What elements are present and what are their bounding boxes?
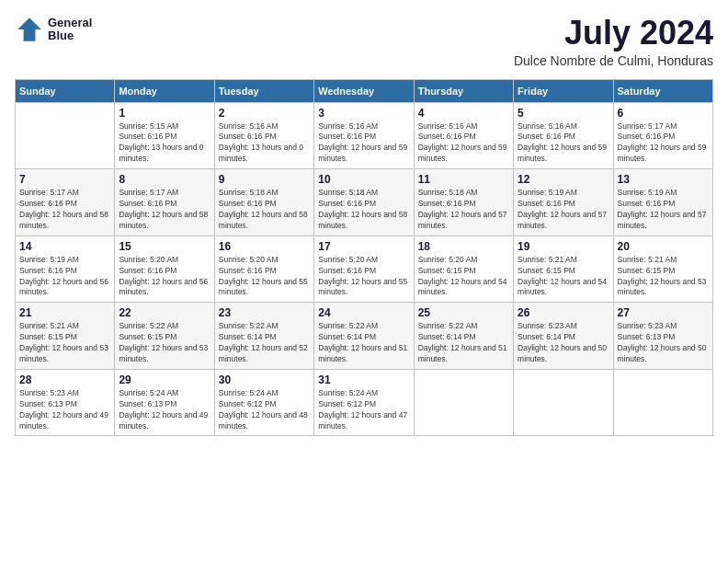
- day-number: 9: [219, 173, 310, 186]
- logo-icon: [15, 15, 44, 44]
- day-info: Sunrise: 5:24 AMSunset: 6:12 PMDaylight:…: [318, 388, 409, 432]
- day-number: 30: [219, 373, 310, 386]
- calendar-cell: 4Sunrise: 5:16 AMSunset: 6:16 PMDaylight…: [414, 102, 513, 169]
- day-number: 17: [318, 240, 409, 253]
- day-number: 24: [318, 306, 409, 319]
- calendar-cell: 25Sunrise: 5:22 AMSunset: 6:14 PMDayligh…: [414, 303, 513, 370]
- calendar-cell: 12Sunrise: 5:19 AMSunset: 6:16 PMDayligh…: [514, 169, 613, 236]
- day-number: 22: [119, 306, 210, 319]
- calendar-cell: [414, 369, 513, 436]
- day-number: 18: [418, 240, 509, 253]
- day-number: 11: [418, 173, 509, 186]
- page-header: General Blue July 2024 Dulce Nombre de C…: [15, 15, 713, 68]
- day-info: Sunrise: 5:20 AMSunset: 6:16 PMDaylight:…: [119, 255, 210, 299]
- calendar-cell: 26Sunrise: 5:23 AMSunset: 6:14 PMDayligh…: [514, 303, 613, 370]
- calendar-cell: 24Sunrise: 5:22 AMSunset: 6:14 PMDayligh…: [314, 303, 414, 370]
- calendar-cell: 28Sunrise: 5:23 AMSunset: 6:13 PMDayligh…: [16, 369, 115, 436]
- day-number: 20: [618, 240, 709, 253]
- day-number: 8: [119, 173, 210, 186]
- day-info: Sunrise: 5:18 AMSunset: 6:16 PMDaylight:…: [418, 188, 509, 232]
- weekday-header-tuesday: Tuesday: [214, 79, 313, 102]
- calendar-cell: 14Sunrise: 5:19 AMSunset: 6:16 PMDayligh…: [16, 236, 115, 303]
- calendar-cell: 2Sunrise: 5:16 AMSunset: 6:16 PMDaylight…: [214, 102, 313, 169]
- day-number: 7: [19, 173, 110, 186]
- day-info: Sunrise: 5:24 AMSunset: 6:12 PMDaylight:…: [219, 388, 310, 432]
- weekday-header-sunday: Sunday: [16, 79, 115, 102]
- logo: General Blue: [15, 15, 92, 44]
- day-info: Sunrise: 5:23 AMSunset: 6:13 PMDaylight:…: [618, 321, 709, 365]
- day-info: Sunrise: 5:19 AMSunset: 6:16 PMDaylight:…: [518, 188, 609, 232]
- calendar-cell: 6Sunrise: 5:17 AMSunset: 6:16 PMDaylight…: [613, 102, 712, 169]
- day-number: 12: [518, 173, 609, 186]
- day-info: Sunrise: 5:20 AMSunset: 6:15 PMDaylight:…: [418, 255, 509, 299]
- location: Dulce Nombre de Culmi, Honduras: [514, 53, 713, 68]
- day-info: Sunrise: 5:23 AMSunset: 6:14 PMDaylight:…: [518, 321, 609, 365]
- month-title: July 2024: [514, 15, 713, 52]
- logo-line2: Blue: [48, 29, 92, 42]
- calendar-cell: [514, 369, 613, 436]
- calendar-cell: 27Sunrise: 5:23 AMSunset: 6:13 PMDayligh…: [613, 303, 712, 370]
- day-number: 29: [119, 373, 210, 386]
- day-info: Sunrise: 5:17 AMSunset: 6:16 PMDaylight:…: [19, 188, 110, 232]
- day-number: 13: [618, 173, 709, 186]
- calendar-cell: [16, 102, 115, 169]
- calendar-cell: 15Sunrise: 5:20 AMSunset: 6:16 PMDayligh…: [115, 236, 214, 303]
- calendar-cell: 11Sunrise: 5:18 AMSunset: 6:16 PMDayligh…: [414, 169, 513, 236]
- day-info: Sunrise: 5:16 AMSunset: 6:16 PMDaylight:…: [518, 121, 609, 166]
- week-row-4: 21Sunrise: 5:21 AMSunset: 6:15 PMDayligh…: [16, 303, 713, 370]
- day-info: Sunrise: 5:17 AMSunset: 6:16 PMDaylight:…: [618, 121, 709, 166]
- weekday-header-row: SundayMondayTuesdayWednesdayThursdayFrid…: [16, 79, 713, 102]
- weekday-header-thursday: Thursday: [414, 79, 513, 102]
- calendar-cell: [613, 369, 712, 436]
- calendar-table: SundayMondayTuesdayWednesdayThursdayFrid…: [15, 79, 713, 437]
- weekday-header-friday: Friday: [514, 79, 613, 102]
- day-number: 6: [618, 107, 709, 120]
- day-info: Sunrise: 5:18 AMSunset: 6:16 PMDaylight:…: [318, 188, 409, 232]
- calendar-cell: 31Sunrise: 5:24 AMSunset: 6:12 PMDayligh…: [314, 369, 414, 436]
- calendar-cell: 16Sunrise: 5:20 AMSunset: 6:16 PMDayligh…: [214, 236, 313, 303]
- day-info: Sunrise: 5:17 AMSunset: 6:16 PMDaylight:…: [119, 188, 210, 232]
- day-number: 28: [19, 373, 110, 386]
- day-number: 10: [318, 173, 409, 186]
- day-info: Sunrise: 5:22 AMSunset: 6:14 PMDaylight:…: [318, 321, 409, 365]
- day-info: Sunrise: 5:19 AMSunset: 6:16 PMDaylight:…: [618, 188, 709, 232]
- day-info: Sunrise: 5:16 AMSunset: 6:16 PMDaylight:…: [318, 121, 409, 166]
- calendar-cell: 23Sunrise: 5:22 AMSunset: 6:14 PMDayligh…: [214, 303, 313, 370]
- day-info: Sunrise: 5:22 AMSunset: 6:14 PMDaylight:…: [219, 321, 310, 365]
- calendar-cell: 5Sunrise: 5:16 AMSunset: 6:16 PMDaylight…: [514, 102, 613, 169]
- day-info: Sunrise: 5:24 AMSunset: 6:13 PMDaylight:…: [119, 388, 210, 432]
- calendar-cell: 13Sunrise: 5:19 AMSunset: 6:16 PMDayligh…: [613, 169, 712, 236]
- logo-line1: General: [48, 17, 92, 29]
- day-info: Sunrise: 5:16 AMSunset: 6:16 PMDaylight:…: [418, 121, 509, 166]
- day-number: 5: [518, 107, 609, 120]
- weekday-header-monday: Monday: [115, 79, 214, 102]
- day-info: Sunrise: 5:21 AMSunset: 6:15 PMDaylight:…: [19, 321, 110, 365]
- calendar-cell: 29Sunrise: 5:24 AMSunset: 6:13 PMDayligh…: [115, 369, 214, 436]
- weekday-header-wednesday: Wednesday: [314, 79, 414, 102]
- day-info: Sunrise: 5:22 AMSunset: 6:14 PMDaylight:…: [418, 321, 509, 365]
- day-number: 15: [119, 240, 210, 253]
- calendar-cell: 10Sunrise: 5:18 AMSunset: 6:16 PMDayligh…: [314, 169, 414, 236]
- day-number: 14: [19, 240, 110, 253]
- day-info: Sunrise: 5:22 AMSunset: 6:15 PMDaylight:…: [119, 321, 210, 365]
- calendar-cell: 18Sunrise: 5:20 AMSunset: 6:15 PMDayligh…: [414, 236, 513, 303]
- logo-text: General Blue: [48, 17, 92, 43]
- day-number: 25: [418, 306, 509, 319]
- week-row-5: 28Sunrise: 5:23 AMSunset: 6:13 PMDayligh…: [16, 369, 713, 436]
- day-number: 21: [19, 306, 110, 319]
- calendar-cell: 7Sunrise: 5:17 AMSunset: 6:16 PMDaylight…: [16, 169, 115, 236]
- calendar-cell: 20Sunrise: 5:21 AMSunset: 6:15 PMDayligh…: [613, 236, 712, 303]
- calendar-cell: 8Sunrise: 5:17 AMSunset: 6:16 PMDaylight…: [115, 169, 214, 236]
- calendar-cell: 19Sunrise: 5:21 AMSunset: 6:15 PMDayligh…: [514, 236, 613, 303]
- day-info: Sunrise: 5:21 AMSunset: 6:15 PMDaylight:…: [618, 255, 709, 299]
- weekday-header-saturday: Saturday: [613, 79, 712, 102]
- day-info: Sunrise: 5:19 AMSunset: 6:16 PMDaylight:…: [19, 255, 110, 299]
- week-row-1: 1Sunrise: 5:15 AMSunset: 6:16 PMDaylight…: [16, 102, 713, 169]
- title-block: July 2024 Dulce Nombre de Culmi, Hondura…: [514, 15, 713, 68]
- day-info: Sunrise: 5:15 AMSunset: 6:16 PMDaylight:…: [119, 121, 210, 166]
- day-info: Sunrise: 5:16 AMSunset: 6:16 PMDaylight:…: [219, 121, 310, 166]
- calendar-cell: 22Sunrise: 5:22 AMSunset: 6:15 PMDayligh…: [115, 303, 214, 370]
- calendar-cell: 3Sunrise: 5:16 AMSunset: 6:16 PMDaylight…: [314, 102, 414, 169]
- day-number: 2: [219, 107, 310, 120]
- day-number: 16: [219, 240, 310, 253]
